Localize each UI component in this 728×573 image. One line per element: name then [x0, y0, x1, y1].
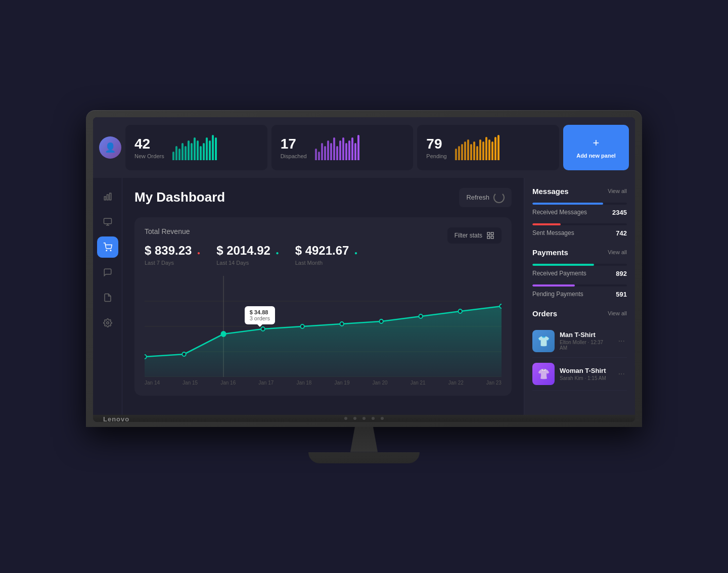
filter-label: Filter stats — [454, 232, 482, 239]
svg-point-20 — [221, 331, 225, 337]
svg-point-27 — [499, 304, 502, 308]
stat-label-0: New Orders — [134, 153, 164, 159]
mini-bar-0-3 — [181, 143, 184, 160]
refresh-button[interactable]: Refresh — [459, 188, 512, 207]
mini-bar-1-7 — [336, 146, 338, 160]
revenue-stats: $ 839.23 ● Last 7 Days $ 2014.92 ● — [145, 244, 502, 266]
mini-bar-0-4 — [185, 146, 187, 160]
sidebar-item-display[interactable] — [97, 211, 118, 232]
sidebar-item-documents[interactable] — [97, 287, 118, 308]
control-dot-4 — [372, 417, 375, 420]
x-label-jan22: Jan 22 — [448, 380, 464, 386]
mini-bar-0-6 — [191, 143, 193, 160]
mini-bar-1-1 — [318, 152, 320, 160]
pending-payments-metric: Pending Payments 591 — [532, 284, 627, 298]
order-item-man-tshirt: 👕 Man T-Shirt Elton Moller · 12:37 AM ··… — [532, 325, 627, 358]
green-dot-14-icon: ● — [276, 250, 279, 256]
chart-area: $ 34.88 3 orders — [145, 276, 502, 377]
order-info-man: Man T-Shirt Elton Moller · 12:37 AM — [560, 331, 611, 351]
mini-bar-1-13 — [354, 143, 356, 160]
pending-payments-label: Pending Payments — [532, 291, 583, 298]
control-dot-5 — [381, 417, 384, 420]
mini-bar-0-14 — [215, 137, 217, 160]
brand-label: Lenovo — [103, 415, 129, 422]
mini-bar-0-10 — [203, 143, 205, 160]
refresh-icon — [493, 192, 505, 203]
payments-header: Payments View all — [532, 248, 627, 257]
filter-stats-button[interactable]: Filter stats — [447, 227, 502, 244]
revenue-period-14days: Last 14 Days — [216, 260, 279, 266]
svg-point-18 — [145, 355, 147, 359]
messages-view-all[interactable]: View all — [608, 188, 627, 194]
orders-view-all[interactable]: View all — [608, 310, 627, 316]
orders-section: Orders View all 👕 Man T-Shirt Elton Moll… — [532, 309, 627, 391]
monitor-stand-base — [308, 452, 420, 463]
mini-bar-0-2 — [178, 149, 180, 160]
received-messages-bar-fill — [532, 203, 603, 205]
revenue-card: Total Revenue $ 839.23 ● Last 7 Days — [134, 217, 512, 396]
pending-payments-bar-fill — [532, 284, 575, 287]
revenue-value-month: $ 4921.67 ● — [295, 244, 358, 258]
mini-bar-0-5 — [188, 140, 190, 160]
stat-number-0: 42 — [134, 136, 164, 152]
stat-number-2: 79 — [426, 136, 446, 152]
mini-bar-2-12 — [491, 141, 493, 160]
received-payments-value: 892 — [616, 270, 627, 277]
add-panel-button[interactable]: + Add new panel — [563, 125, 629, 170]
mini-bar-1-11 — [348, 140, 350, 160]
monitor-bezel: 👤 42New Orders17Dispached79Pending + Add… — [86, 110, 642, 427]
order-more-man[interactable]: ··· — [616, 336, 627, 347]
mini-chart-0 — [172, 135, 258, 160]
mini-bar-0-0 — [172, 152, 174, 160]
mini-bar-0-8 — [197, 140, 199, 160]
monitor-bottom-bar: Lenovo — [93, 415, 635, 422]
refresh-label: Refresh — [466, 194, 489, 201]
svg-point-6 — [106, 250, 107, 251]
mini-bar-0-9 — [200, 146, 202, 160]
order-item-woman-tshirt: 👚 Woman T-Shirt Sarah Kim · 1:15 AM ··· — [532, 358, 627, 391]
received-payments-bar-fill — [532, 264, 594, 266]
sidebar-item-settings[interactable] — [97, 312, 118, 333]
revenue-value-14days: $ 2014.92 ● — [216, 244, 279, 258]
mini-bar-2-6 — [473, 141, 475, 160]
add-panel-label: Add new panel — [576, 153, 616, 159]
man-tshirt-image: 👕 — [532, 330, 555, 352]
messages-header: Messages View all — [532, 187, 627, 196]
mini-bar-2-10 — [485, 137, 487, 160]
sent-messages-metric: Sent Messages 742 — [532, 223, 627, 237]
sent-messages-bar-fill — [532, 223, 561, 225]
mini-chart-2 — [455, 135, 550, 160]
control-dot-2 — [353, 417, 356, 420]
revenue-chart — [145, 276, 502, 377]
sidebar-item-messages[interactable] — [97, 262, 118, 283]
svg-rect-12 — [491, 236, 493, 238]
x-label-jan21: Jan 21 — [411, 380, 426, 386]
mini-bar-1-14 — [357, 135, 359, 160]
received-payments-label: Received Payments — [532, 270, 586, 277]
orders-header: Orders View all — [532, 309, 627, 318]
mini-bar-1-2 — [321, 143, 323, 160]
monitor-stand-neck — [349, 427, 379, 452]
mini-bar-2-1 — [458, 146, 460, 160]
sidebar-item-orders[interactable] — [97, 236, 118, 258]
svg-rect-3 — [104, 218, 111, 224]
chart-x-labels: Jan 14 Jan 15 Jan 16 Jan 17 Jan 18 Jan 1… — [145, 377, 502, 386]
sidebar-item-analytics[interactable] — [97, 186, 118, 207]
sent-messages-label-row: Sent Messages 742 — [532, 229, 627, 237]
svg-point-7 — [110, 250, 111, 251]
main-content: My Dashboard Refresh Total Revenue $ 839… — [93, 178, 635, 415]
control-dot-3 — [362, 417, 366, 420]
stat-label-2: Pending — [426, 153, 446, 159]
revenue-stat-month: $ 4921.67 ● Last Month — [295, 244, 358, 266]
revenue-stat-7days: $ 839.23 ● Last 7 Days — [145, 244, 200, 266]
order-more-woman[interactable]: ··· — [616, 368, 627, 379]
mini-bar-1-3 — [324, 146, 326, 160]
payments-view-all[interactable]: View all — [608, 249, 627, 255]
messages-section: Messages View all Received Messages 2345 — [532, 187, 627, 237]
payments-title: Payments — [532, 248, 568, 257]
avatar: 👤 — [99, 136, 121, 159]
x-label-jan20: Jan 20 — [373, 380, 388, 386]
messages-title: Messages — [532, 187, 569, 196]
x-label-jan16: Jan 16 — [220, 380, 236, 386]
order-name-woman: Woman T-Shirt — [560, 367, 611, 374]
